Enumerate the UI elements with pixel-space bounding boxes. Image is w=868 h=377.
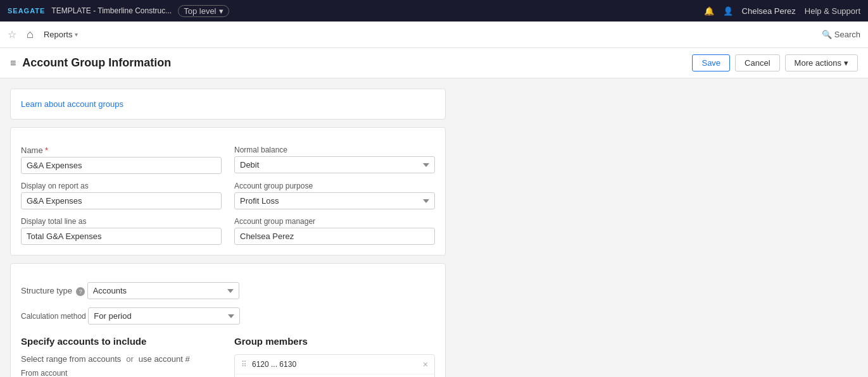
structure-card: Structure type ? Accounts Groups Calcula… xyxy=(10,263,446,377)
specify-section: Specify accounts to include Select range… xyxy=(21,336,435,377)
learn-link[interactable]: Learn about account groups xyxy=(21,99,123,109)
normal-balance-select[interactable]: Debit Credit xyxy=(234,156,435,173)
display-total-input[interactable] xyxy=(21,228,222,245)
member-text: 6120 ... 6130 xyxy=(252,360,418,369)
favorite-icon[interactable]: ☆ xyxy=(8,28,16,40)
app-title: TEMPLATE - Timberline Construc... xyxy=(51,6,172,15)
from-account-col: From account ▾ xyxy=(21,369,166,377)
user-icon: 👤 xyxy=(723,6,733,16)
account-group-manager-label: Account group manager xyxy=(234,217,435,226)
calculation-method-row: Calculation method For period Year to da… xyxy=(21,306,435,324)
range-row: Select range from accounts or use accoun… xyxy=(21,354,222,364)
specify-title: Specify accounts to include xyxy=(21,336,222,347)
account-group-purpose-label: Account group purpose xyxy=(234,182,435,190)
more-actions-label: More actions xyxy=(795,58,841,68)
drag-handle-icon[interactable]: ⠿ xyxy=(241,360,247,369)
logo: SEAGATE xyxy=(8,7,45,15)
structure-type-label: Structure type ? xyxy=(21,287,87,295)
page-title: Account Group Information xyxy=(22,56,171,70)
display-report-row: Display on report as Account group purpo… xyxy=(21,182,435,209)
more-actions-chevron-icon: ▾ xyxy=(844,58,848,68)
cancel-button[interactable]: Cancel xyxy=(735,54,779,71)
reports-chevron-icon: ▾ xyxy=(75,31,78,38)
name-group: Name * xyxy=(21,145,222,174)
normal-balance-group: Normal balance Debit Credit xyxy=(234,145,435,174)
display-total-label: Display total line as xyxy=(21,217,222,226)
save-button[interactable]: Save xyxy=(692,54,730,71)
nav-bar: ☆ ⌂ Reports ▾ 🔍 Search xyxy=(0,22,868,48)
search-button[interactable]: 🔍 Search xyxy=(822,30,860,39)
account-group-purpose-group: Account group purpose Profit Loss Balanc… xyxy=(234,182,435,209)
home-icon[interactable]: ⌂ xyxy=(27,28,34,41)
menu-icon[interactable]: ≡ xyxy=(10,58,16,69)
user-name: Chelsea Perez xyxy=(742,6,796,16)
group-members-col: Group members ⠿ 6120 ... 6130 × ⠿ 6150--… xyxy=(234,336,435,377)
members-list: ⠿ 6120 ... 6130 × ⠿ 6150--Office Expense… xyxy=(234,354,435,377)
or-text: or xyxy=(126,354,134,364)
name-input[interactable] xyxy=(21,157,222,174)
display-report-label: Display on report as xyxy=(21,182,222,190)
account-group-purpose-select[interactable]: Profit Loss Balance Sheet Other xyxy=(234,192,435,209)
level-badge[interactable]: Top level ▾ xyxy=(178,5,229,17)
page-header: ≡ Account Group Information Save Cancel … xyxy=(0,48,868,78)
display-report-group: Display on report as xyxy=(21,182,222,209)
select-range-label: Select range from accounts xyxy=(21,354,121,364)
help-link[interactable]: Help & Support xyxy=(805,6,860,16)
remove-icon[interactable]: × xyxy=(423,359,428,369)
display-total-row: Display total line as Account group mana… xyxy=(21,217,435,245)
search-icon: 🔍 xyxy=(822,30,832,39)
reports-nav[interactable]: Reports ▾ xyxy=(44,30,79,39)
main-form-card: Name * Normal balance Debit Credit Displ… xyxy=(10,127,446,256)
calculation-method-select[interactable]: For period Year to date Balance xyxy=(88,307,240,324)
name-label: Name * xyxy=(21,145,222,155)
display-report-input[interactable] xyxy=(21,192,222,209)
calculation-method-label: Calculation method xyxy=(21,312,86,321)
display-total-group: Display total line as xyxy=(21,217,222,245)
account-number-from xyxy=(171,369,222,377)
notification-icon[interactable]: 🔔 xyxy=(704,6,714,16)
structure-help-icon[interactable]: ? xyxy=(76,287,85,296)
top-bar: SEAGATE TEMPLATE - Timberline Construc..… xyxy=(0,0,868,22)
reports-label: Reports xyxy=(44,30,73,39)
group-members-title: Group members xyxy=(234,336,435,347)
more-actions-button[interactable]: More actions ▾ xyxy=(785,54,858,71)
account-group-manager-group: Account group manager xyxy=(234,217,435,245)
account-group-manager-input[interactable] xyxy=(234,228,435,245)
list-item: ⠿ 6120 ... 6130 × xyxy=(235,355,434,374)
from-to-row: From account ▾ xyxy=(21,369,222,377)
normal-balance-label: Normal balance xyxy=(234,145,435,154)
use-account-label: use account # xyxy=(139,354,190,364)
learn-card: Learn about account groups xyxy=(10,89,446,120)
structure-type-select[interactable]: Accounts Groups xyxy=(87,282,239,299)
header-actions: Save Cancel More actions ▾ xyxy=(692,54,858,71)
from-account-label: From account xyxy=(21,369,166,377)
search-label: Search xyxy=(834,30,860,39)
name-row: Name * Normal balance Debit Credit xyxy=(21,145,435,174)
specify-col: Specify accounts to include Select range… xyxy=(21,336,222,377)
specify-group-cols: Specify accounts to include Select range… xyxy=(21,336,435,377)
structure-type-row: Structure type ? Accounts Groups xyxy=(21,280,435,299)
list-item: ⠿ 6150--Office Expense- Rent × xyxy=(235,374,434,377)
main-content: Learn about account groups Name * Normal… xyxy=(0,78,456,377)
top-bar-right: 🔔 👤 Chelsea Perez Help & Support xyxy=(704,6,860,16)
